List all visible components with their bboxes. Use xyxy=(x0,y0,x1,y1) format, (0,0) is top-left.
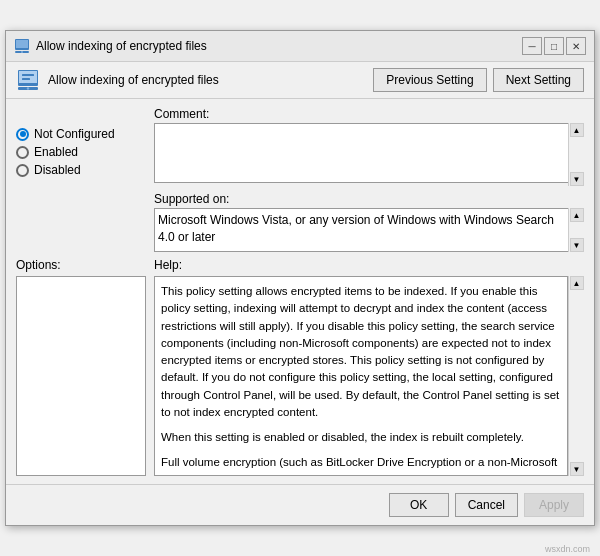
help-area-container: This policy setting allows encrypted ite… xyxy=(154,276,584,476)
comment-scroll-up[interactable]: ▲ xyxy=(570,123,584,137)
supported-area-container: Microsoft Windows Vista, or any version … xyxy=(154,208,584,252)
next-setting-button[interactable]: Next Setting xyxy=(493,68,584,92)
minimize-button[interactable]: ─ xyxy=(522,37,542,55)
help-scroll-up[interactable]: ▲ xyxy=(570,276,584,290)
svg-rect-8 xyxy=(22,74,34,76)
comment-scrollbar[interactable]: ▲ ▼ xyxy=(568,123,584,186)
top-section: Not Configured Enabled Disabled Comment: xyxy=(16,107,584,252)
help-para-3: Full volume encryption (such as BitLocke… xyxy=(161,454,561,476)
help-scrollbar[interactable]: ▲ ▼ xyxy=(568,276,584,476)
svg-rect-9 xyxy=(22,78,30,80)
radio-panel: Not Configured Enabled Disabled xyxy=(16,107,146,252)
previous-setting-button[interactable]: Previous Setting xyxy=(373,68,486,92)
supported-scroll-up[interactable]: ▲ xyxy=(570,208,584,222)
comment-field: Comment: ▲ ▼ xyxy=(154,107,584,186)
svg-point-3 xyxy=(21,51,23,53)
header-title: Allow indexing of encrypted files xyxy=(48,73,365,87)
options-panel: Options: xyxy=(16,258,146,476)
comment-area-container: ▲ ▼ xyxy=(154,123,584,186)
cancel-button[interactable]: Cancel xyxy=(455,493,518,517)
svg-point-7 xyxy=(27,87,29,89)
help-scroll-down[interactable]: ▼ xyxy=(570,462,584,476)
comment-label: Comment: xyxy=(154,107,584,121)
header-bar: Allow indexing of encrypted files Previo… xyxy=(6,62,594,99)
apply-button[interactable]: Apply xyxy=(524,493,584,517)
comment-textarea[interactable] xyxy=(154,123,584,183)
supported-scroll-down[interactable]: ▼ xyxy=(570,238,584,252)
radio-not-configured[interactable]: Not Configured xyxy=(16,127,146,141)
close-button[interactable]: ✕ xyxy=(566,37,586,55)
bottom-bar: wsxdn.com OK Cancel Apply xyxy=(6,484,594,525)
title-bar-left: Allow indexing of encrypted files xyxy=(14,38,207,54)
supported-scrollbar[interactable]: ▲ ▼ xyxy=(568,208,584,252)
radio-enabled-label: Enabled xyxy=(34,145,78,159)
radio-enabled[interactable]: Enabled xyxy=(16,145,146,159)
maximize-button[interactable]: □ xyxy=(544,37,564,55)
right-panel: Comment: ▲ ▼ Supported on: Microsoft Win… xyxy=(154,107,584,252)
help-para-2: When this setting is enabled or disabled… xyxy=(161,429,561,446)
options-box xyxy=(16,276,146,476)
radio-enabled-circle xyxy=(16,146,29,159)
title-bar-controls: ─ □ ✕ xyxy=(522,37,586,55)
help-para-1: This policy setting allows encrypted ite… xyxy=(161,283,561,421)
watermark: wsxdn.com xyxy=(535,542,600,556)
main-content: Not Configured Enabled Disabled Comment: xyxy=(6,99,594,484)
radio-disabled-circle xyxy=(16,164,29,177)
middle-section: Options: Help: This policy setting allow… xyxy=(16,258,584,476)
svg-rect-1 xyxy=(16,40,28,48)
title-bar: Allow indexing of encrypted files ─ □ ✕ xyxy=(6,31,594,62)
comment-scroll-down[interactable]: ▼ xyxy=(570,172,584,186)
supported-text: Microsoft Windows Vista, or any version … xyxy=(154,208,584,252)
options-label: Options: xyxy=(16,258,146,272)
help-panel: Help: This policy setting allows encrypt… xyxy=(154,258,584,476)
svg-rect-5 xyxy=(19,71,37,83)
header-buttons: Previous Setting Next Setting xyxy=(373,68,584,92)
title-text: Allow indexing of encrypted files xyxy=(36,39,207,53)
supported-label: Supported on: xyxy=(154,192,584,206)
supported-field: Supported on: Microsoft Windows Vista, o… xyxy=(154,192,584,252)
help-text: This policy setting allows encrypted ite… xyxy=(161,283,561,476)
radio-not-configured-circle xyxy=(16,128,29,141)
help-label: Help: xyxy=(154,258,584,272)
radio-not-configured-label: Not Configured xyxy=(34,127,115,141)
radio-disabled-label: Disabled xyxy=(34,163,81,177)
dialog-icon xyxy=(14,38,30,54)
header-icon xyxy=(16,68,40,92)
ok-button[interactable]: OK xyxy=(389,493,449,517)
radio-disabled[interactable]: Disabled xyxy=(16,163,146,177)
help-box: This policy setting allows encrypted ite… xyxy=(154,276,568,476)
dialog: Allow indexing of encrypted files ─ □ ✕ … xyxy=(5,30,595,526)
